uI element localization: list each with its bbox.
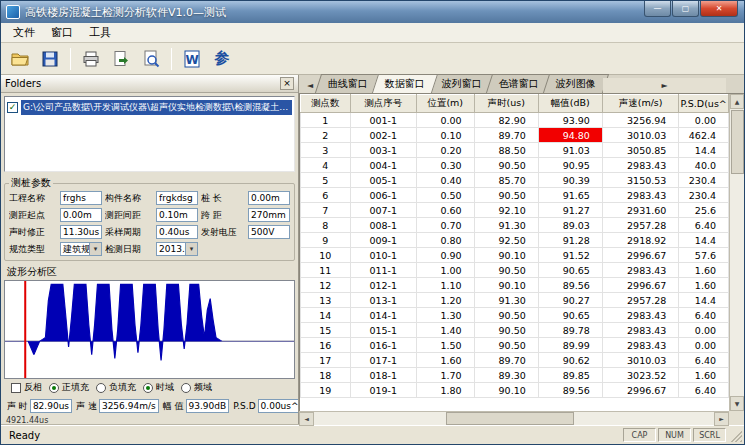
param-label-7: 采样周期: [105, 226, 153, 239]
scroll-left-icon[interactable]: ◄: [299, 412, 314, 426]
param-label-8: 发射电压: [201, 226, 245, 239]
status-key-0: CAP: [623, 428, 656, 442]
table-row[interactable]: 1001-10.0082.9093.903256.940.00: [301, 113, 729, 128]
status-keys: CAPNUMSCRL: [621, 428, 726, 442]
checkbox-checked-icon[interactable]: ✓: [7, 102, 18, 113]
cell: 1.30: [416, 308, 474, 323]
param-value-6[interactable]: 11.30us: [60, 225, 102, 239]
option-radio-3[interactable]: 时域: [143, 381, 174, 394]
cell: 1: [301, 113, 351, 128]
param-value-4[interactable]: 0.10m: [156, 208, 198, 222]
table-row[interactable]: 10010-10.9090.1091.522996.6757.6: [301, 248, 729, 263]
param-value-5[interactable]: 270mm: [248, 208, 290, 222]
tab-scroll-right-button[interactable]: ►: [603, 78, 726, 93]
horizontal-scrollbar[interactable]: ◄ ►: [299, 411, 729, 425]
column-header-6[interactable]: P.S.D(us^: [679, 95, 729, 113]
param-value-3[interactable]: 0.00m: [60, 208, 102, 222]
maximize-button[interactable]: ▢: [672, 1, 699, 17]
scroll-right-icon[interactable]: ►: [714, 412, 729, 426]
param-value-8[interactable]: 500V: [248, 225, 290, 239]
table-row[interactable]: 9009-10.8092.5091.282918.9214.4: [301, 233, 729, 248]
column-header-1[interactable]: 测点序号: [350, 95, 416, 113]
table-row[interactable]: 5005-10.4085.7090.393150.53230.4: [301, 173, 729, 188]
option-checkbox-0[interactable]: 反相: [11, 381, 42, 394]
param-value-2[interactable]: 0.00m: [248, 191, 290, 205]
cell: 6.40: [679, 218, 729, 233]
vertical-scrollbar[interactable]: ▲ ▼: [729, 94, 744, 411]
table-row[interactable]: 17017-11.6089.7090.623010.036.40: [301, 353, 729, 368]
parameter-button[interactable]: 参: [209, 46, 235, 72]
scroll-down-icon[interactable]: ▼: [730, 396, 744, 411]
preview-button[interactable]: [138, 46, 164, 72]
table-row[interactable]: 13013-11.2091.3090.272957.2814.4: [301, 293, 729, 308]
cell: 89.56: [538, 278, 602, 293]
table-row[interactable]: 3003-10.2088.5091.033050.8514.4: [301, 143, 729, 158]
menu-item-1[interactable]: 窗口: [43, 23, 81, 42]
cell: 2996.67: [602, 383, 679, 398]
cell: 009-1: [350, 233, 416, 248]
table-row[interactable]: 6006-10.5090.5091.652983.43230.4: [301, 188, 729, 203]
hscroll-thumb[interactable]: [446, 412, 574, 425]
param-value-9[interactable]: 建筑规范: [60, 242, 102, 256]
waveform-display[interactable]: [4, 280, 295, 379]
table-row[interactable]: 11011-11.0090.5090.652983.431.60: [301, 263, 729, 278]
column-header-0[interactable]: 测点数: [301, 95, 351, 113]
column-header-2[interactable]: 位置(m): [416, 95, 474, 113]
waveform-shape: [5, 284, 294, 361]
table-row[interactable]: 15015-11.4090.5089.782983.430.00: [301, 323, 729, 338]
param-value-1[interactable]: frgkdsg: [156, 191, 198, 205]
open-file-button[interactable]: [7, 46, 33, 72]
cell: 0.10: [416, 128, 474, 143]
save-button[interactable]: [37, 46, 63, 72]
table-row[interactable]: 7007-10.6092.1091.272931.6025.6: [301, 203, 729, 218]
toolbar-separator: [171, 48, 172, 70]
tree-item[interactable]: ✓ G:\公司产品数据\开发调试仪器\超声仪实地检测数据\检测混凝土(cd)\p…: [7, 100, 292, 115]
table-row[interactable]: 19019-11.8090.1089.562996.676.40: [301, 383, 729, 398]
table-row[interactable]: 2002-10.1089.7094.803010.03462.4: [301, 128, 729, 143]
option-radio-4[interactable]: 频域: [181, 381, 212, 394]
cell: 3: [301, 143, 351, 158]
tab-1[interactable]: 数据窗口: [372, 74, 438, 93]
option-radio-1[interactable]: 正填充: [49, 381, 89, 394]
word-report-button[interactable]: W: [179, 46, 205, 72]
hscroll-track[interactable]: [314, 412, 714, 425]
tab-0[interactable]: 曲线窗口: [315, 74, 381, 93]
tab-label-1: 数据窗口: [385, 77, 425, 91]
minimize-button[interactable]: —: [644, 1, 671, 17]
param-value-0[interactable]: frghs: [60, 191, 102, 205]
tab-3[interactable]: 色谱窗口: [486, 74, 552, 93]
table-row[interactable]: 4004-10.3090.5090.952983.4340.0: [301, 158, 729, 173]
table-row[interactable]: 14014-11.3090.5090.652983.436.40: [301, 308, 729, 323]
panel-close-button[interactable]: ×: [280, 77, 294, 90]
menu-item-2[interactable]: 工具: [81, 23, 119, 42]
table-row[interactable]: 18018-11.7089.3089.853023.521.60: [301, 368, 729, 383]
cell: 85.70: [474, 173, 538, 188]
option-radio-2[interactable]: 负填充: [96, 381, 136, 394]
table-row[interactable]: 8008-10.7091.3089.032957.286.40: [301, 218, 729, 233]
cell: 3023.52: [602, 368, 679, 383]
title-bar[interactable]: 高铁楼房混凝土检测分析软件V1.0—测试 — ▢ ✕: [1, 1, 744, 23]
close-button[interactable]: ✕: [700, 1, 738, 17]
print-button[interactable]: [78, 46, 104, 72]
cell: 1.60: [679, 263, 729, 278]
column-header-4[interactable]: 幅值(dB): [538, 95, 602, 113]
menu-item-0[interactable]: 文件: [5, 23, 43, 42]
param-value-7[interactable]: 0.40us: [156, 225, 198, 239]
cell: 90.50: [474, 263, 538, 278]
export-button[interactable]: [108, 46, 134, 72]
column-header-5[interactable]: 声速(m/s): [602, 95, 679, 113]
folder-tree[interactable]: ✓ G:\公司产品数据\开发调试仪器\超声仪实地检测数据\检测混凝土(cd)\p…: [4, 96, 295, 172]
cell: 0.70: [416, 218, 474, 233]
selected-data-file-path[interactable]: G:\公司产品数据\开发调试仪器\超声仪实地检测数据\检测混凝土(cd)\p03…: [21, 100, 292, 115]
cell: 91.28: [538, 233, 602, 248]
param-value-10[interactable]: 2013.03.13: [156, 242, 198, 256]
table-row[interactable]: 12012-11.1090.1089.562996.671.60: [301, 278, 729, 293]
table-row[interactable]: 16016-11.5090.5089.992983.430.00: [301, 338, 729, 353]
tab-2[interactable]: 波列窗口: [429, 74, 495, 93]
scroll-up-icon[interactable]: ▲: [730, 94, 744, 109]
cell: 90.50: [474, 338, 538, 353]
tab-4[interactable]: 波列图像: [543, 74, 609, 93]
column-header-3[interactable]: 声时(us): [474, 95, 538, 113]
resize-grip-icon[interactable]: [729, 429, 742, 442]
vscroll-thumb[interactable]: [731, 110, 744, 174]
